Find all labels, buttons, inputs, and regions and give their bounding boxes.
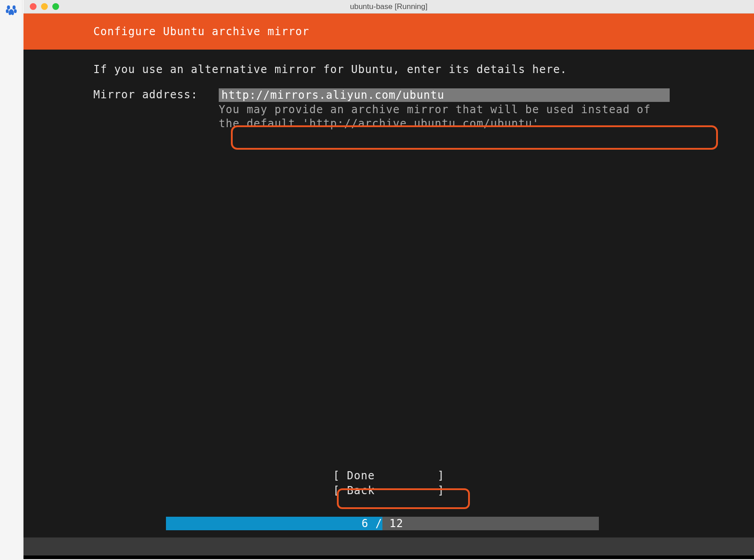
instruction-text: If you use an alternative mirror for Ubu… xyxy=(93,63,754,76)
mirror-field-row: Mirror address: http://mirrors.aliyun.co… xyxy=(93,88,754,131)
mirror-address-label: Mirror address: xyxy=(93,88,219,101)
baidu-paw-icon[interactable] xyxy=(5,4,18,16)
vm-screen: Configure Ubuntu archive mirror If you u… xyxy=(23,14,754,559)
back-button[interactable]: [ Back ] xyxy=(333,483,444,498)
window-title: ubuntu-base [Running] xyxy=(350,2,428,11)
hint-line-1: You may provide an archive mirror that w… xyxy=(219,103,670,117)
svg-point-1 xyxy=(12,5,15,9)
close-window-button[interactable] xyxy=(30,3,37,10)
installer-body: If you use an alternative mirror for Ubu… xyxy=(23,50,754,131)
mirror-hint: You may provide an archive mirror that w… xyxy=(219,103,670,131)
minimize-window-button[interactable] xyxy=(41,3,48,10)
svg-point-0 xyxy=(7,5,10,9)
window-titlebar[interactable]: ubuntu-base [Running] xyxy=(23,0,754,14)
progress-text: 6 / 12 xyxy=(362,517,404,530)
browser-sidebar xyxy=(0,0,23,560)
done-button[interactable]: [ Done ] xyxy=(333,468,444,483)
traffic-lights xyxy=(23,3,59,10)
bottom-strip-inner xyxy=(23,555,754,559)
progress-bar: 6 / 12 xyxy=(166,517,599,530)
svg-point-3 xyxy=(14,9,16,13)
installer-header-text: Configure Ubuntu archive mirror xyxy=(93,25,309,38)
bottom-strip xyxy=(23,537,754,559)
mirror-address-input[interactable]: http://mirrors.aliyun.com/ubuntu xyxy=(219,88,670,102)
installer-header: Configure Ubuntu archive mirror xyxy=(23,14,754,50)
maximize-window-button[interactable] xyxy=(52,3,59,10)
svg-point-2 xyxy=(5,9,8,13)
virtualbox-window: ubuntu-base [Running] Configure Ubuntu a… xyxy=(23,0,754,560)
hint-line-2: the default 'http://archive.ubuntu.com/u… xyxy=(219,117,670,131)
footer-buttons: [ Done ] [ Back ] xyxy=(333,468,444,498)
progress-fill xyxy=(166,517,382,530)
